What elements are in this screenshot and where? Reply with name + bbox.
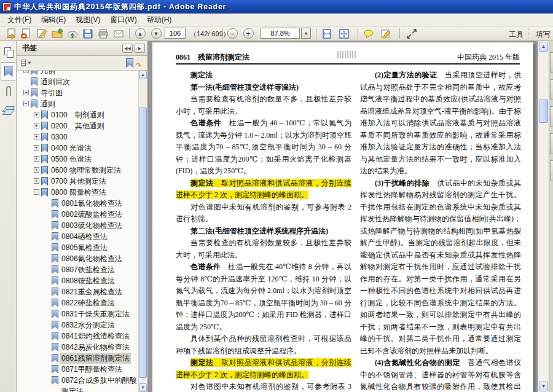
collapse-icon[interactable]: − bbox=[23, 101, 29, 106]
zoom-dropdown-button[interactable]: ▼ bbox=[301, 28, 311, 39]
bookmark-item[interactable]: 0842易炭化物检查法 bbox=[17, 342, 139, 353]
scroll-up-button[interactable]: ▲ bbox=[539, 42, 548, 52]
menu-item-2[interactable]: 视图(V) bbox=[71, 14, 105, 26]
bookmark-icon bbox=[52, 365, 58, 374]
zoom-in-button[interactable]: + bbox=[241, 27, 256, 40]
print-button[interactable] bbox=[96, 27, 111, 40]
bookmark-item[interactable]: 0872合成多肽中的醋酸测定法 bbox=[17, 375, 139, 392]
document-scrollbar[interactable]: ▲ ▼ bbox=[538, 41, 549, 392]
collapse-icon[interactable]: − bbox=[34, 189, 39, 195]
open-file-button[interactable] bbox=[4, 27, 18, 40]
fill-sign-pane-button[interactable]: 填写 bbox=[536, 29, 553, 40]
comment-button[interactable] bbox=[361, 27, 376, 40]
tools-pane-button[interactable]: 工具 bbox=[509, 29, 524, 40]
expand-icon[interactable]: + bbox=[34, 112, 39, 117]
scrollbar-thumb[interactable] bbox=[139, 108, 147, 378]
zoom-out-button[interactable]: − bbox=[225, 27, 240, 40]
attachments-button[interactable] bbox=[1, 82, 16, 100]
fit-page-button[interactable] bbox=[337, 27, 351, 40]
previous-page-button[interactable]: ▲ bbox=[133, 27, 147, 40]
bookmark-item[interactable]: 通则目次 bbox=[17, 76, 139, 87]
bookmark-item[interactable]: 0802硫酸盐检查法 bbox=[17, 209, 139, 220]
next-page-button[interactable]: ▼ bbox=[149, 27, 163, 40]
bookmark-item[interactable]: +0600 物理常数测定法 bbox=[17, 165, 139, 176]
page-thumbnails-button[interactable] bbox=[1, 42, 16, 61]
page-number-input[interactable] bbox=[165, 28, 186, 39]
bookmark-item[interactable]: +凡例 bbox=[17, 71, 139, 76]
bookmark-item[interactable]: 0832水分测定法 bbox=[17, 319, 139, 331]
sign-edit-button[interactable] bbox=[34, 27, 49, 40]
menu-item-3[interactable]: 窗口(W) bbox=[105, 14, 141, 26]
bookmarks-panel-button[interactable] bbox=[1, 62, 16, 80]
bookmark-item[interactable]: 0821重金属检查法 bbox=[17, 286, 139, 297]
bookmark-item[interactable]: +0500 色谱法 bbox=[17, 154, 139, 165]
menu-item-0[interactable]: 文件(F) bbox=[2, 14, 36, 26]
bookmark-item[interactable]: −通则 bbox=[17, 98, 139, 109]
highlight-button[interactable] bbox=[378, 27, 393, 40]
paragraph: 色谱条件 柱温一般为 40～100℃；常以氮气为载气，流速为每分钟 1.0～2.… bbox=[176, 117, 351, 178]
bookmark-item[interactable]: +0400 光谱法 bbox=[17, 143, 139, 154]
title-bar[interactable]: 中华人民共和国药典2015年版第四部.pdf - Adobe Reader bbox=[0, 0, 553, 14]
bookmark-item[interactable]: 0801氯化物检查法 bbox=[17, 198, 139, 209]
menu-item-1[interactable]: 编辑(E) bbox=[36, 14, 71, 26]
expand-icon[interactable]: + bbox=[34, 167, 39, 173]
fullscreen-button[interactable] bbox=[404, 27, 419, 40]
page-count-label: （142/ 699） bbox=[190, 29, 230, 39]
bookmark-icon bbox=[52, 299, 58, 307]
page-header-edition: 中国药典 2015 年版 bbox=[457, 52, 520, 63]
layers-button[interactable] bbox=[1, 101, 16, 120]
expand-icon[interactable]: + bbox=[23, 90, 29, 95]
collapse-panel-button[interactable]: ◀◀ bbox=[122, 44, 133, 53]
document-area[interactable]: 0861 残留溶剂测定法 中国药典 2015 年版 测定法第一法(毛细管柱顶空进… bbox=[148, 41, 538, 392]
bookmark-item[interactable]: −0800 限量检查法 bbox=[17, 187, 139, 198]
bookmark-options-menu-button[interactable]: ▼ bbox=[21, 58, 32, 68]
save-button[interactable] bbox=[80, 27, 95, 40]
bookmark-icon bbox=[52, 199, 58, 208]
expand-icon[interactable]: + bbox=[34, 178, 39, 184]
cloud-upload-button[interactable] bbox=[65, 27, 80, 40]
expand-icon[interactable]: + bbox=[34, 134, 39, 139]
section-heading: 第一法(毛细管柱顶空进样等温法) bbox=[176, 82, 351, 94]
expand-icon[interactable]: + bbox=[34, 123, 39, 128]
expand-current-bookmark-button[interactable]: ↷ bbox=[126, 58, 137, 68]
bookmark-item[interactable]: 0861残留溶剂测定法 bbox=[17, 353, 139, 364]
bookmark-label: 0861残留溶剂测定法 bbox=[60, 353, 131, 364]
bookmark-item[interactable]: 0808铵盐检查法 bbox=[17, 275, 139, 286]
bookmark-item[interactable]: 0841炽灼残渣检查法 bbox=[17, 331, 139, 342]
bookmark-item[interactable]: 0831干燥失重测定法 bbox=[17, 308, 139, 319]
bookmark-item[interactable]: 0871甲醇量检查法 bbox=[17, 364, 139, 375]
bookmark-label: 0805氟检查法 bbox=[60, 242, 109, 253]
bookmark-item[interactable]: +0200 其他通则 bbox=[17, 120, 139, 131]
zoom-level-input[interactable]: 87.8% bbox=[261, 28, 300, 39]
paragraph: 色谱条件 柱温一般先在 40℃维持 8 分钟，再以每分钟 8℃的升温速率升至 1… bbox=[176, 261, 351, 333]
expand-icon[interactable]: + bbox=[34, 156, 39, 162]
create-pdf-button[interactable] bbox=[19, 27, 34, 40]
expand-icon[interactable]: + bbox=[34, 145, 39, 151]
menu-item-4[interactable]: 帮助(H) bbox=[142, 14, 177, 26]
bookmark-item[interactable]: 0806氰化物检查法 bbox=[17, 253, 139, 264]
bookmark-label: 0821重金属检查法 bbox=[60, 286, 124, 297]
scroll-up-button[interactable]: ▲ bbox=[139, 71, 147, 79]
right-panel-strip[interactable] bbox=[549, 41, 553, 392]
bookmark-label: 0600 物理常数测定法 bbox=[50, 165, 122, 176]
scrollbar-thumb[interactable] bbox=[539, 100, 548, 123]
bookmarks-scrollbar[interactable]: ▲ ▼ bbox=[138, 71, 147, 392]
scrolling-mode-button[interactable] bbox=[320, 27, 334, 40]
bookmark-item[interactable]: 0822砷盐检查法 bbox=[17, 297, 139, 308]
open-folder-button[interactable] bbox=[50, 27, 65, 40]
bookmark-item[interactable]: 0805氟检查法 bbox=[17, 242, 139, 253]
bookmark-item[interactable]: 0803硫化物检查法 bbox=[17, 220, 139, 231]
scroll-down-button[interactable]: ▼ bbox=[139, 383, 147, 392]
panel-menu-button[interactable]: ▶ bbox=[135, 44, 145, 53]
bookmark-item[interactable]: 0807铁盐检查法 bbox=[17, 264, 139, 275]
expand-icon[interactable]: + bbox=[23, 71, 29, 73]
email-button[interactable] bbox=[111, 27, 126, 40]
bookmark-item[interactable]: 0804硒检查法 bbox=[17, 231, 139, 242]
page-watermark bbox=[337, 51, 356, 58]
scroll-down-button[interactable]: ▼ bbox=[539, 382, 548, 391]
paragraph: (2)定量方法的验证 当采用顶空进样时，供试品与对照品处于不完全相同的基质中，故… bbox=[360, 69, 521, 178]
bookmark-item[interactable]: +0700 其他测定法 bbox=[17, 176, 139, 187]
bookmark-item[interactable]: +0100 制剂通则 bbox=[17, 109, 139, 120]
bookmark-item[interactable]: +导引图 bbox=[17, 87, 139, 98]
bookmark-item[interactable]: +0300 bbox=[17, 131, 139, 143]
